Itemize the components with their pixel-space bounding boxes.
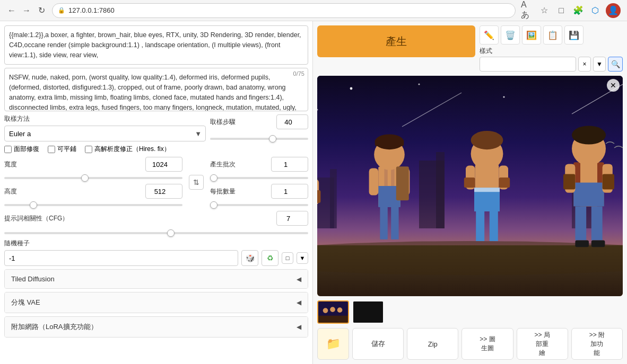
seed-dropdown-button[interactable]: ▼	[297, 252, 308, 264]
dimensions-section: 寬度 高度 ⇅ 產生批次 每批數量	[4, 157, 308, 208]
batch-count-input[interactable]	[271, 157, 308, 172]
batch-size-label: 每批數量	[210, 187, 236, 196]
svg-rect-54	[575, 206, 586, 240]
generate-button[interactable]: 產生	[317, 25, 475, 57]
height-slider[interactable]	[4, 204, 182, 206]
svg-rect-60	[563, 174, 575, 190]
generate-region-label: >> 圖 生圖	[480, 335, 495, 353]
svg-rect-61	[603, 174, 614, 190]
svg-rect-11	[330, 169, 337, 228]
randomize-seed-button[interactable]: 🎲	[241, 250, 258, 266]
svg-point-57	[572, 126, 606, 144]
cfg-slider[interactable]	[4, 232, 308, 234]
svg-point-67	[330, 307, 335, 312]
style-dropdown-button[interactable]: ▼	[593, 57, 606, 72]
steps-input[interactable]: 40	[276, 114, 308, 129]
width-slider[interactable]	[4, 177, 182, 179]
forward-button[interactable]: →	[21, 5, 32, 16]
image-icon-button[interactable]: 🖼️	[522, 25, 541, 45]
open-folder-button[interactable]: 📁	[317, 328, 349, 360]
tab-icon[interactable]: □	[555, 4, 568, 17]
lora-header[interactable]: 附加網路（LoRA擴充功能） ◀	[5, 317, 308, 337]
thumbnail-2-image	[353, 301, 383, 323]
negative-prompt-text[interactable]: NSFW, nude, naked, porn, (worst quality,…	[5, 68, 308, 111]
width-input[interactable]	[145, 157, 182, 172]
local-redraw-label: >> 局 部重 繪	[535, 331, 550, 358]
svg-rect-69	[353, 301, 383, 323]
tiled-diffusion-header[interactable]: Tiled Diffusion ◀	[5, 270, 308, 288]
svg-rect-39	[396, 166, 409, 200]
trash-icon-button[interactable]: 🗑️	[501, 25, 520, 45]
svg-rect-55	[591, 206, 603, 240]
thumb-svg-2	[353, 301, 383, 323]
edit-icon-button[interactable]: ✏️	[480, 25, 499, 45]
positive-prompt-text[interactable]: {{male:1.2}},a boxer, a fighter, brown_h…	[5, 26, 308, 64]
lora-arrow: ◀	[297, 323, 301, 331]
image-close-button[interactable]: ✕	[607, 79, 620, 92]
steps-slider[interactable]	[210, 138, 308, 140]
style-label: 樣式	[480, 47, 623, 56]
svg-rect-53	[573, 183, 604, 207]
save-button[interactable]: 儲存	[352, 328, 404, 360]
recycle-seed-button[interactable]: ♻	[262, 250, 278, 266]
batch-count-slider[interactable]	[210, 177, 308, 179]
svg-rect-13	[436, 152, 445, 228]
svg-point-4	[503, 96, 504, 97]
height-input[interactable]	[145, 184, 182, 199]
style-input[interactable]	[480, 57, 576, 72]
thumbnail-2[interactable]	[352, 300, 384, 324]
profile-icon[interactable]: 👤	[606, 3, 621, 18]
sampling-method-select[interactable]: Euler a Euler LMS	[4, 126, 206, 141]
local-redraw-button[interactable]: >> 局 部重 繪	[517, 328, 568, 360]
edge-icon[interactable]: ⬡	[589, 4, 602, 17]
save-icon-button[interactable]: 💾	[564, 25, 584, 45]
sampling-steps-label: 取樣步驟	[210, 118, 236, 127]
save-label: 儲存	[371, 339, 385, 349]
clipboard-icon-button[interactable]: 📋	[543, 25, 562, 45]
generate-region-button[interactable]: >> 圖 生圖	[461, 328, 513, 360]
back-button[interactable]: ←	[6, 5, 17, 16]
svg-rect-65	[318, 316, 348, 323]
bookmark-star-icon[interactable]: ☆	[538, 4, 551, 17]
negative-prompt-box[interactable]: 0/75 NSFW, nude, naked, porn, (worst qua…	[4, 68, 308, 111]
extensions-icon[interactable]: 🧩	[572, 4, 585, 17]
extra-seed-button[interactable]: □	[282, 252, 293, 264]
sampling-section: 取樣方法 Euler a Euler LMS ▼ 取樣步驟 40	[4, 114, 308, 141]
svg-rect-42	[474, 188, 500, 192]
cfg-header: 提示詞相關性（CFG）	[4, 211, 308, 226]
swap-dimensions-button[interactable]: ⇅	[189, 175, 204, 190]
translate-icon[interactable]: Aあ	[521, 4, 534, 17]
vae-accordion: 分塊 VAE ◀	[4, 292, 308, 313]
batch-col: 產生批次 每批數量	[210, 157, 308, 208]
refresh-button[interactable]: ↻	[36, 5, 47, 16]
batch-size-slider[interactable]	[210, 204, 308, 206]
svg-rect-44	[490, 211, 498, 241]
batch-size-header: 每批數量	[210, 184, 308, 199]
style-search-button[interactable]: 🔍	[608, 57, 623, 72]
token-count: 0/75	[293, 70, 304, 77]
positive-prompt-box[interactable]: {{male:1.2}},a boxer, a fighter, brown_h…	[4, 25, 308, 65]
address-text: 127.0.0.1:7860	[68, 6, 115, 14]
seed-input[interactable]	[4, 250, 238, 266]
hires-fix-checkbox[interactable]	[85, 146, 92, 153]
address-bar[interactable]: 🔒 127.0.0.1:7860	[52, 3, 516, 18]
sampling-method-col: 取樣方法 Euler a Euler LMS ▼	[4, 114, 206, 141]
tileable-checkbox[interactable]	[48, 146, 55, 153]
add-function-button[interactable]: >> 附 加功 能	[571, 328, 623, 360]
face-restore-checkbox[interactable]	[4, 146, 12, 153]
cfg-input[interactable]	[276, 211, 308, 226]
zip-button[interactable]: Zip	[407, 328, 458, 360]
browser-bar: ← → ↻ 🔒 127.0.0.1:7860 Aあ ☆ □ 🧩 ⬡ 👤	[0, 0, 627, 21]
batch-size-input[interactable]	[271, 184, 308, 199]
vae-arrow: ◀	[297, 299, 301, 306]
method-select-wrapper[interactable]: Euler a Euler LMS ▼	[4, 126, 206, 141]
width-header: 寬度	[4, 157, 182, 172]
style-clear-button[interactable]: ×	[578, 57, 591, 72]
style-section: 樣式 × ▼ 🔍	[480, 47, 623, 72]
style-row: × ▼ 🔍	[480, 57, 623, 72]
vae-header[interactable]: 分塊 VAE ◀	[5, 292, 308, 313]
svg-point-66	[323, 308, 328, 313]
svg-point-2	[350, 87, 353, 90]
svg-point-3	[418, 83, 420, 85]
thumbnail-1[interactable]	[317, 300, 349, 324]
